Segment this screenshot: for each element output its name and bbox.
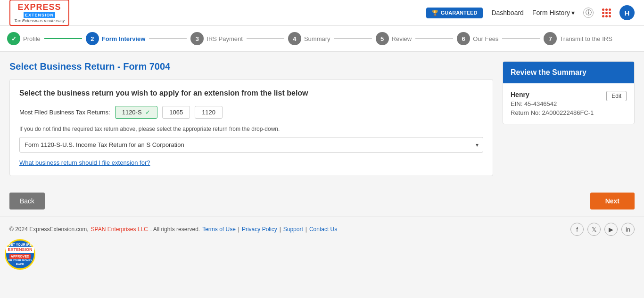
step-circle-form-interview: 2 xyxy=(86,32,99,45)
chevron-down-icon: ▾ xyxy=(571,9,575,16)
step-label-profile: Profile xyxy=(23,35,41,42)
dropdown-hint: If you do not find the required tax retu… xyxy=(19,126,483,132)
step-transmit: 7 Transmit to the IRS xyxy=(544,32,612,45)
summary-ein: EIN: 45-4346542 xyxy=(511,100,594,107)
step-summary: 4 Summary xyxy=(288,32,330,45)
step-circle-summary: 4 xyxy=(288,32,301,45)
step-review: 5 Review xyxy=(376,32,412,45)
step-label-transmit: Transmit to the IRS xyxy=(560,35,612,42)
grid-icon[interactable] xyxy=(602,8,611,17)
step-label-summary: Summary xyxy=(304,35,330,42)
summary-user-info: Henry EIN: 45-4346542 Return No: 2A00022… xyxy=(511,91,594,116)
filed-returns-row: Most Filed Business Tax Returns: 1120-S … xyxy=(19,106,483,119)
select-wrapper: Form 1120-S-U.S. Income Tax Return for a… xyxy=(19,137,483,153)
step-circle-review: 5 xyxy=(376,32,389,45)
step-irs-payment: 3 IRS Payment xyxy=(190,32,243,45)
dashboard-link[interactable]: Dashboard xyxy=(491,9,524,16)
guaranteed-badge: 🏆 GUARANTEED xyxy=(426,8,483,18)
step-our-fees: 6 Our Fees xyxy=(457,32,498,45)
badge-icon: 🏆 xyxy=(432,10,438,16)
badge-money: OR YOUR MONEY BACK xyxy=(6,259,34,266)
step-label-form-interview: Form Interview xyxy=(102,35,145,42)
summary-header: Review the Summary xyxy=(503,62,634,83)
right-panel: Review the Summary Henry EIN: 45-4346542… xyxy=(503,61,635,176)
guaranteed-text: GUARANTEED xyxy=(441,10,478,16)
summary-return-no: Return No: 2A000222486FC-1 xyxy=(511,109,594,116)
step-line-5 xyxy=(415,38,453,39)
user-avatar[interactable]: H xyxy=(619,5,635,20)
step-line-6 xyxy=(502,38,540,39)
page-header: EXPRESS EXTENSION Tax Extensions made ea… xyxy=(0,0,644,26)
step-label-review: Review xyxy=(392,35,412,42)
return-btn-1065[interactable]: 1065 xyxy=(162,106,190,119)
step-circle-transmit: 7 xyxy=(544,32,557,45)
logo-tagline: Tax Extensions made easy xyxy=(14,18,65,23)
summary-user-row: Henry EIN: 45-4346542 Return No: 2A00022… xyxy=(511,91,627,116)
return-type-select[interactable]: Form 1120-S-U.S. Income Tax Return for a… xyxy=(19,137,483,153)
badge-circle: GET YOUR IRS EXTENSION APPROVED OR YOUR … xyxy=(5,239,35,270)
logo-extension-text: EXTENSION xyxy=(24,12,55,18)
privacy-link[interactable]: Privacy Policy xyxy=(242,226,277,233)
logo-express-text: EXPRESS xyxy=(18,2,61,12)
edit-button[interactable]: Edit xyxy=(606,91,627,101)
next-button[interactable]: Next xyxy=(590,193,635,209)
badge-get: GET YOUR IRS xyxy=(8,242,32,247)
page-title: Select Business Return - Form 7004 xyxy=(9,61,493,72)
step-circle-profile: ✓ xyxy=(7,32,20,45)
info-icon[interactable]: ⓘ xyxy=(583,8,594,18)
business-help-link[interactable]: What business return should I file exten… xyxy=(19,159,150,166)
badge-approved: APPROVED xyxy=(9,254,31,259)
footer-left: © 2024 ExpressExtension.com, SPAN Enterp… xyxy=(9,226,337,233)
return-btn-1120[interactable]: 1120 xyxy=(195,106,223,119)
support-link[interactable]: Support xyxy=(283,226,303,233)
footer-rights: . All rights reserved. xyxy=(150,226,200,233)
form-card: Select the business return you wish to a… xyxy=(9,79,493,176)
step-line-3 xyxy=(247,38,284,39)
step-profile: ✓ Profile xyxy=(7,32,41,45)
main-content: Select Business Return - Form 7004 Selec… xyxy=(0,52,644,185)
summary-card: Review the Summary Henry EIN: 45-4346542… xyxy=(503,61,635,124)
back-button[interactable]: Back xyxy=(9,193,45,209)
progress-bar: ✓ Profile 2 Form Interview 3 IRS Payment… xyxy=(0,26,644,52)
facebook-icon[interactable]: f xyxy=(570,223,584,236)
header-right: 🏆 GUARANTEED Dashboard Form History ▾ ⓘ … xyxy=(426,5,635,20)
step-line-4 xyxy=(334,38,372,39)
left-panel: Select Business Return - Form 7004 Selec… xyxy=(9,61,493,176)
logo: EXPRESS EXTENSION Tax Extensions made ea… xyxy=(9,0,69,26)
form-history-link[interactable]: Form History ▾ xyxy=(532,9,575,16)
terms-link[interactable]: Terms of Use xyxy=(202,226,236,233)
linkedin-icon[interactable]: in xyxy=(621,223,635,236)
step-label-irs-payment: IRS Payment xyxy=(206,35,243,42)
summary-name: Henry xyxy=(511,91,594,98)
filed-returns-label: Most Filed Business Tax Returns: xyxy=(19,109,110,116)
badge-ext: EXTENSION xyxy=(6,247,33,253)
summary-body: Henry EIN: 45-4346542 Return No: 2A00022… xyxy=(503,83,634,124)
step-line-1 xyxy=(44,38,82,39)
footer-social: f 𝕏 ▶ in xyxy=(570,223,635,236)
step-form-interview: 2 Form Interview xyxy=(86,32,145,45)
nav-buttons: Back Next xyxy=(0,185,644,217)
form-card-title: Select the business return you wish to a… xyxy=(19,89,483,97)
step-label-our-fees: Our Fees xyxy=(473,35,498,42)
span-link[interactable]: SPAN Enterprises LLC xyxy=(91,226,148,233)
logo-area: EXPRESS EXTENSION Tax Extensions made ea… xyxy=(9,0,69,26)
footer-copyright: © 2024 ExpressExtension.com, xyxy=(9,226,89,233)
return-btn-1120s[interactable]: 1120-S ✓ xyxy=(115,106,158,119)
step-circle-our-fees: 6 xyxy=(457,32,470,45)
step-circle-irs-payment: 3 xyxy=(190,32,204,45)
footer: © 2024 ExpressExtension.com, SPAN Enterp… xyxy=(0,217,644,242)
extension-badge: GET YOUR IRS EXTENSION APPROVED OR YOUR … xyxy=(5,239,35,270)
twitter-icon[interactable]: 𝕏 xyxy=(587,223,601,236)
check-icon: ✓ xyxy=(145,109,150,116)
step-line-2 xyxy=(149,38,187,39)
youtube-icon[interactable]: ▶ xyxy=(604,223,618,236)
contact-link[interactable]: Contact Us xyxy=(309,226,337,233)
